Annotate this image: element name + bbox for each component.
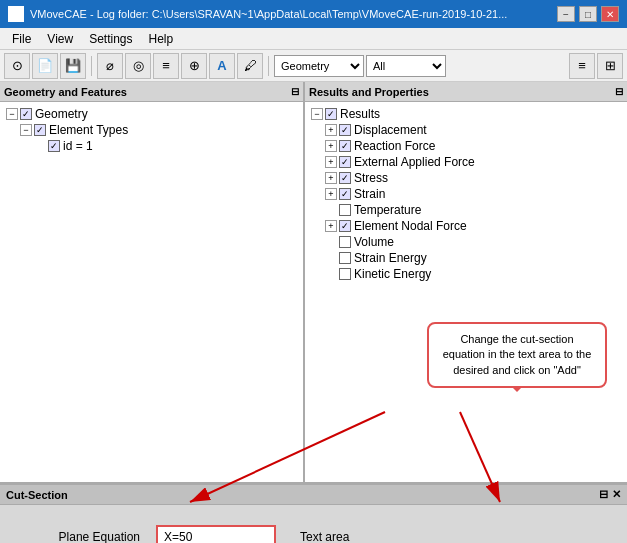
tree-label-element-types: Element Types — [49, 123, 128, 137]
check-kinetic-energy[interactable] — [339, 268, 351, 280]
menu-file[interactable]: File — [4, 30, 39, 48]
tree-label-strain: Strain — [354, 187, 385, 201]
cut-section-close-icon[interactable]: ✕ — [612, 488, 621, 501]
menu-bar: File View Settings Help — [0, 28, 627, 50]
toolbar-btn-5[interactable]: ≡ — [153, 53, 179, 79]
plane-equation-label: Plane Equation — [40, 530, 140, 544]
check-nodal-force[interactable]: ✓ — [339, 220, 351, 232]
toolbar-btn-grid[interactable]: ⊞ — [597, 53, 623, 79]
expand-results[interactable]: − — [311, 108, 323, 120]
tree-label-temperature: Temperature — [354, 203, 421, 217]
check-ext-force[interactable]: ✓ — [339, 156, 351, 168]
geometry-pane-title: Geometry and Features — [4, 86, 127, 98]
menu-settings[interactable]: Settings — [81, 30, 140, 48]
tree-item-displacement: + ✓ Displacement — [325, 122, 621, 138]
tree-item-kinetic-energy: + Kinetic Energy — [325, 266, 621, 282]
tree-label-results: Results — [340, 107, 380, 121]
expand-strain[interactable]: + — [325, 188, 337, 200]
app-icon: V — [8, 6, 24, 22]
tree-label-kinetic-energy: Kinetic Energy — [354, 267, 431, 281]
tree-label-ext-force: External Applied Force — [354, 155, 475, 169]
geometry-dropdown[interactable]: Geometry — [274, 55, 364, 77]
tree-item-stress: + ✓ Stress — [325, 170, 621, 186]
tree-item-strain: + ✓ Strain — [325, 186, 621, 202]
tree-item-temperature: + Temperature — [325, 202, 621, 218]
tree-item-reaction-force: + ✓ Reaction Force — [325, 138, 621, 154]
toolbar-btn-lines[interactable]: ≡ — [569, 53, 595, 79]
expand-ext-force[interactable]: + — [325, 156, 337, 168]
check-element-types[interactable]: ✓ — [34, 124, 46, 136]
check-displacement[interactable]: ✓ — [339, 124, 351, 136]
title-text: VMoveCAE - Log folder: C:\Users\SRAVAN~1… — [30, 8, 507, 20]
expand-stress[interactable]: + — [325, 172, 337, 184]
tree-label-stress: Stress — [354, 171, 388, 185]
tree-label-strain-energy: Strain Energy — [354, 251, 427, 265]
main-area: Geometry and Features ⊟ − ✓ Geometry − ✓… — [0, 82, 627, 483]
plane-equation-input[interactable] — [156, 525, 276, 544]
right-pane: Results and Properties ⊟ − ✓ Results + ✓… — [305, 82, 627, 482]
toolbar-btn-3[interactable]: ⌀ — [97, 53, 123, 79]
tree-item-results: − ✓ Results — [311, 106, 621, 122]
minimize-button[interactable]: − — [557, 6, 575, 22]
check-strain-energy[interactable] — [339, 252, 351, 264]
tooltip-text: Change the cut-section equation in the t… — [443, 333, 592, 376]
all-dropdown[interactable]: All — [366, 55, 446, 77]
results-pane-title: Results and Properties — [309, 86, 429, 98]
expand-reaction-force[interactable]: + — [325, 140, 337, 152]
toolbar: ⊙ 📄 💾 ⌀ ◎ ≡ ⊕ A 🖊 Geometry All ≡ ⊞ — [0, 50, 627, 82]
tree-item-volume: + Volume — [325, 234, 621, 250]
check-results[interactable]: ✓ — [325, 108, 337, 120]
toolbar-btn-0[interactable]: ⊙ — [4, 53, 30, 79]
tree-item-strain-energy: + Strain Energy — [325, 250, 621, 266]
tree-label-displacement: Displacement — [354, 123, 427, 137]
title-bar: V VMoveCAE - Log folder: C:\Users\SRAVAN… — [0, 0, 627, 28]
check-strain[interactable]: ✓ — [339, 188, 351, 200]
toolbar-btn-1[interactable]: 📄 — [32, 53, 58, 79]
tree-item-nodal-force: + ✓ Element Nodal Force — [325, 218, 621, 234]
check-reaction-force[interactable]: ✓ — [339, 140, 351, 152]
left-pane: Geometry and Features ⊟ − ✓ Geometry − ✓… — [0, 82, 305, 482]
cut-section-restore-icon[interactable]: ⊟ — [599, 488, 608, 501]
expand-element-types[interactable]: − — [20, 124, 32, 136]
tree-label-volume: Volume — [354, 235, 394, 249]
toolbar-btn-4[interactable]: ◎ — [125, 53, 151, 79]
toolbar-btn-2[interactable]: 💾 — [60, 53, 86, 79]
cut-section-panel: Cut-Section ⊟ ✕ Plane Equation Text area… — [0, 483, 627, 543]
tree-item-element-types: − ✓ Element Types — [20, 122, 297, 138]
menu-help[interactable]: Help — [141, 30, 182, 48]
results-tree: − ✓ Results + ✓ Displacement + ✓ Reactio… — [305, 102, 627, 482]
expand-nodal-force[interactable]: + — [325, 220, 337, 232]
check-stress[interactable]: ✓ — [339, 172, 351, 184]
check-id1[interactable]: ✓ — [48, 140, 60, 152]
results-pane-restore[interactable]: ⊟ — [615, 86, 623, 97]
toolbar-btn-7[interactable]: A — [209, 53, 235, 79]
tree-item-ext-force: + ✓ External Applied Force — [325, 154, 621, 170]
tree-label-geometry: Geometry — [35, 107, 88, 121]
expand-geometry[interactable]: − — [6, 108, 18, 120]
tree-label-reaction-force: Reaction Force — [354, 139, 435, 153]
geometry-pane-restore[interactable]: ⊟ — [291, 86, 299, 97]
cut-section-title: Cut-Section — [6, 489, 68, 501]
check-geometry[interactable]: ✓ — [20, 108, 32, 120]
geometry-pane-header: Geometry and Features ⊟ — [0, 82, 303, 102]
tree-item-id1: + ✓ id = 1 — [34, 138, 297, 154]
check-temperature[interactable] — [339, 204, 351, 216]
text-area-label: Text area — [300, 530, 349, 544]
expand-displacement[interactable]: + — [325, 124, 337, 136]
cut-section-body: Plane Equation Text area Add Apply — [0, 505, 627, 543]
check-volume[interactable] — [339, 236, 351, 248]
tree-item-geometry: − ✓ Geometry — [6, 106, 297, 122]
tree-label-nodal-force: Element Nodal Force — [354, 219, 467, 233]
toolbar-separator-1 — [91, 56, 92, 76]
menu-view[interactable]: View — [39, 30, 81, 48]
geometry-tree: − ✓ Geometry − ✓ Element Types + ✓ id = … — [0, 102, 303, 482]
results-pane-header: Results and Properties ⊟ — [305, 82, 627, 102]
cut-section-header: Cut-Section ⊟ ✕ — [0, 485, 627, 505]
toolbar-btn-6[interactable]: ⊕ — [181, 53, 207, 79]
maximize-button[interactable]: □ — [579, 6, 597, 22]
plane-equation-row: Plane Equation Text area — [0, 525, 627, 544]
toolbar-separator-2 — [268, 56, 269, 76]
toolbar-btn-8[interactable]: 🖊 — [237, 53, 263, 79]
tree-label-id1: id = 1 — [63, 139, 93, 153]
close-button[interactable]: ✕ — [601, 6, 619, 22]
